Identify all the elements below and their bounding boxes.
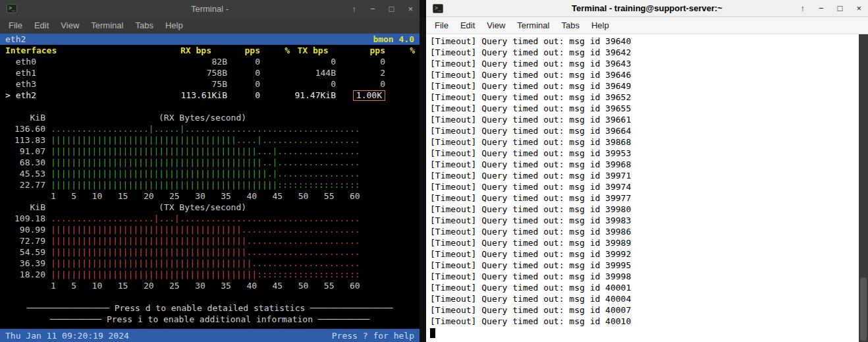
log-line: [Timeout] Query timed out: msg id 40010: [430, 316, 859, 327]
menu-item-edit[interactable]: Edit: [28, 18, 55, 32]
cell-c-tx: 0: [290, 78, 336, 90]
shade-icon[interactable]: ↑: [800, 3, 805, 13]
close-icon[interactable]: ×: [856, 3, 861, 13]
cell-c-rx: 82B: [165, 56, 227, 67]
graph-row: 113.83||||||||||||||||||||||||||||||||||…: [0, 134, 420, 146]
cell-c-pct1: [260, 78, 290, 90]
menu-item-edit[interactable]: Edit: [454, 18, 481, 32]
blank-line: [0, 291, 420, 302]
log-line: [Timeout] Query timed out: msg id 39986: [430, 226, 859, 237]
log-line: [Timeout] Query timed out: msg id 39649: [430, 80, 859, 92]
cell-c-pct1: [260, 67, 290, 78]
log-line: [Timeout] Query timed out: msg id 40007: [430, 304, 859, 316]
prompt-line: [430, 327, 859, 338]
log-line: [Timeout] Query timed out: msg id 39953: [430, 148, 859, 159]
log-line: [Timeout] Query timed out: msg id 39664: [430, 125, 859, 136]
cell-c-rx: 758B: [165, 67, 227, 78]
log-line: [Timeout] Query timed out: msg id 39980: [430, 204, 859, 215]
cell-c-pct1: [260, 56, 290, 67]
right-titlebar[interactable]: Terminal - training@support-server:~ ↑ −…: [426, 0, 868, 17]
menu-item-file[interactable]: File: [3, 18, 28, 32]
graph-axis: 1 5 10 15 20 25 30 35 40 45 50 55 60: [0, 190, 420, 202]
cell-c-pps2: 0: [336, 78, 385, 90]
scrollbar-thumb[interactable]: [860, 277, 867, 341]
right-window-controls: ↑ − □ ×: [800, 3, 861, 13]
graph-row: 136.60...................|.....|........…: [0, 123, 420, 134]
shade-icon[interactable]: ↑: [352, 4, 356, 14]
cell-c-pct1: [260, 90, 290, 101]
interfaces-table: eth082B000 eth1758B0144B2 eth375B000> et…: [0, 56, 420, 101]
terminal-cursor: [430, 328, 435, 338]
log-line: [Timeout] Query timed out: msg id 39868: [430, 136, 859, 148]
interfaces-header-row: Interfaces RX bps pps % TX bps pps %: [0, 45, 420, 56]
col-header-rx-bps: RX bps: [165, 45, 227, 56]
graph-row: 90.99|||||||||||||||||||||||||||||||||||…: [0, 224, 420, 235]
graph-row: 68.30|||||||||||||||||||||||||||||||||||…: [0, 157, 420, 168]
graph-row: 22.77|||||||||||||||||||||||||||||||||||…: [0, 179, 420, 190]
cell-c-name: > eth2: [0, 90, 165, 101]
left-menubar: FileEditViewTerminalTabsHelp: [0, 17, 420, 34]
minimize-icon[interactable]: −: [370, 4, 375, 14]
log-line: [Timeout] Query timed out: msg id 40004: [430, 293, 859, 304]
right-terminal-window: Terminal - training@support-server:~ ↑ −…: [426, 0, 868, 342]
bmon-titlebar: eth2 bmon 4.0: [0, 34, 420, 45]
menu-item-terminal[interactable]: Terminal: [511, 18, 555, 32]
left-terminal-window: Terminal - ↑ − □ × FileEditViewTerminalT…: [0, 0, 420, 342]
menu-item-help[interactable]: Help: [159, 18, 189, 32]
graph-row: 72.79|||||||||||||||||||||||||||||||||||…: [0, 235, 420, 246]
cell-c-name: eth0: [0, 56, 165, 67]
menu-item-terminal[interactable]: Terminal: [85, 18, 129, 32]
log-line: [Timeout] Query timed out: msg id 39968: [430, 159, 859, 170]
graph-row: 18.20|||||||||||||||||||||||||||||||||||…: [0, 269, 420, 280]
bmon-version: bmon 4.0: [373, 34, 414, 45]
rx-graph: KiB(RX Bytes/second)136.60..............…: [0, 112, 420, 202]
terminal-app-icon: [433, 4, 443, 13]
log-line: [Timeout] Query timed out: msg id 39642: [430, 47, 859, 58]
terminal-output[interactable]: [Timeout] Query timed out: msg id 39640[…: [426, 34, 868, 342]
cell-c-pps2: 2: [336, 67, 385, 78]
cell-c-name: eth3: [0, 78, 165, 90]
menu-item-tabs[interactable]: Tabs: [555, 18, 585, 32]
log-line: [Timeout] Query timed out: msg id 39998: [430, 271, 859, 282]
maximize-icon[interactable]: □: [838, 3, 843, 13]
log-lines: [Timeout] Query timed out: msg id 39640[…: [430, 36, 859, 327]
blank-line: [0, 101, 420, 112]
log-line: [Timeout] Query timed out: msg id 39640: [430, 36, 859, 47]
scrollbar[interactable]: [859, 34, 868, 342]
cell-c-pct2: [385, 90, 415, 101]
close-icon[interactable]: ×: [408, 4, 413, 14]
maximize-icon[interactable]: □: [389, 4, 394, 14]
left-titlebar[interactable]: Terminal - ↑ − □ ×: [0, 0, 420, 17]
cell-c-pct2: [385, 78, 415, 90]
col-header-rx-pct: %: [260, 45, 290, 56]
cell-c-tx: 0: [290, 56, 336, 67]
menu-item-help[interactable]: Help: [585, 18, 615, 32]
tx-graph: KiB(TX Bytes/second)109.18..............…: [0, 202, 420, 291]
cell-c-pps1: 0: [227, 78, 260, 90]
menu-item-file[interactable]: File: [429, 18, 454, 32]
bmon-clock: Thu Jan 11 09:20:19 2024: [5, 330, 129, 341]
interface-row-eth0[interactable]: eth082B000: [0, 56, 420, 67]
log-line: [Timeout] Query timed out: msg id 39646: [430, 69, 859, 80]
interface-row-eth1[interactable]: eth1758B0144B2: [0, 67, 420, 78]
bmon-screen[interactable]: eth2 bmon 4.0 Interfaces RX bps pps % TX…: [0, 34, 420, 342]
alert-highlight-box: 1.00K: [353, 90, 385, 101]
menu-item-view[interactable]: View: [481, 18, 511, 32]
log-line: [Timeout] Query timed out: msg id 39992: [430, 248, 859, 260]
log-line: [Timeout] Query timed out: msg id 39652: [430, 92, 859, 103]
cell-c-rx: 113.61KiB: [165, 90, 227, 101]
interface-row-eth3[interactable]: eth375B000: [0, 78, 420, 90]
cell-c-tx: 91.47KiB: [290, 90, 336, 101]
graph-row: 91.07|||||||||||||||||||||||||||||||||||…: [0, 146, 420, 157]
right-menubar: FileEditViewTerminalTabsHelp: [426, 17, 868, 34]
interface-row-eth2[interactable]: > eth2113.61KiB091.47KiB1.00K: [0, 90, 420, 101]
terminal-app-icon: [7, 4, 17, 13]
col-header-interfaces: Interfaces: [0, 45, 165, 56]
cell-c-pct2: [385, 56, 415, 67]
log-line: [Timeout] Query timed out: msg id 39971: [430, 170, 859, 181]
minimize-icon[interactable]: −: [819, 3, 824, 13]
menu-item-tabs[interactable]: Tabs: [129, 18, 159, 32]
cell-c-pps2: 1.00K: [336, 90, 385, 101]
log-line: [Timeout] Query timed out: msg id 39661: [430, 114, 859, 125]
menu-item-view[interactable]: View: [55, 18, 85, 32]
